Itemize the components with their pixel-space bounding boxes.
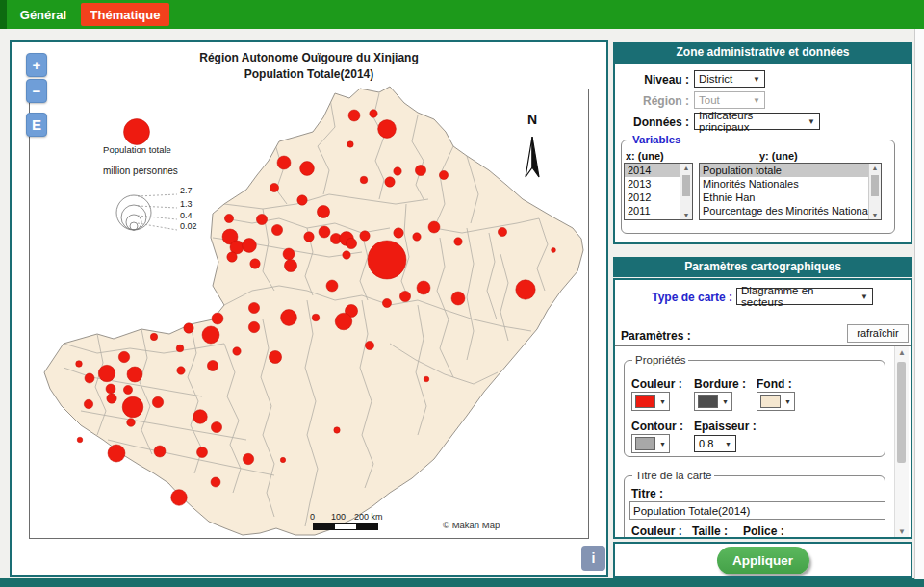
scroll-up-icon[interactable]: ▲	[895, 348, 909, 357]
epaisseur-label: Epaisseur :	[694, 420, 757, 433]
scale-label-100: 100	[331, 512, 346, 522]
info-button[interactable]: i	[581, 546, 605, 571]
niveau-label: Niveau :	[615, 73, 689, 87]
scroll-down-icon[interactable]: ▼	[869, 212, 881, 218]
map-title-line2: Population Totale(2014)	[29, 66, 589, 83]
fond-swatch-dropdown[interactable]: ▼	[757, 392, 795, 411]
titre-police-label: Police :	[743, 524, 784, 538]
top-navbar: Général Thématique	[0, 0, 924, 29]
legend-size-3: 0.4	[180, 211, 192, 220]
titre-taille-label: Taille :	[692, 524, 728, 538]
color-swatch	[635, 395, 655, 408]
y-option[interactable]: Population totale	[700, 164, 868, 177]
x-list-title: x: (une)	[626, 150, 664, 162]
chevron-down-icon: ▼	[659, 441, 666, 447]
titre-couleur-label: Couleur :	[631, 524, 682, 538]
x-option[interactable]: 2011	[625, 204, 680, 217]
donnees-label: Données :	[615, 115, 689, 129]
y-listbox[interactable]: Population totaleMinorités NationalesEth…	[699, 163, 882, 220]
carto-section-box: Type de carte : Diagramme en secteurs ▼ …	[613, 278, 912, 539]
tab-thematique[interactable]: Thématique	[81, 3, 169, 26]
scale-bar	[313, 523, 378, 530]
map-title: Région Autonome Ouïgoure du Xinjiang Pop…	[29, 50, 589, 83]
zone-section-header: Zone administrative et données	[613, 42, 912, 63]
titre-legend: Titre de la carte	[632, 470, 714, 481]
zoom-out-button[interactable]: −	[26, 79, 47, 103]
chevron-down-icon: ▼	[749, 96, 760, 105]
zone-section-box: Niveau : District ▼ Région : Tout ▼ Donn…	[613, 63, 912, 244]
y-option[interactable]: Minorités Nationales	[700, 177, 868, 191]
epaisseur-select[interactable]: 0.8 ▼	[694, 435, 736, 452]
fond-label: Fond :	[757, 377, 792, 391]
footer-strip	[0, 578, 924, 587]
north-arrow-icon	[523, 135, 542, 181]
epaisseur-value: 0.8	[699, 438, 713, 449]
chevron-down-icon: ▼	[749, 75, 760, 84]
scroll-up-icon[interactable]: ▲	[869, 165, 881, 171]
legend-size-4: 0.02	[180, 221, 197, 231]
scroll-down-icon[interactable]: ▼	[895, 527, 909, 536]
bordure-swatch-dropdown[interactable]: ▼	[694, 392, 732, 411]
chevron-down-icon: ▼	[725, 441, 732, 447]
apply-box: Appliquer	[613, 542, 912, 578]
legend-size-2: 1.3	[180, 199, 192, 209]
region-value: Tout	[699, 94, 720, 106]
color-swatch	[760, 395, 781, 408]
chevron-down-icon: ▼	[722, 398, 729, 405]
color-swatch	[635, 437, 655, 450]
contour-label: Contour :	[631, 420, 683, 433]
chevron-down-icon: ▼	[804, 117, 815, 126]
map-attribution: © Makan Map	[443, 520, 500, 530]
navbar-accent	[0, 0, 7, 29]
zoom-in-button[interactable]: +	[26, 53, 47, 77]
scroll-down-icon[interactable]: ▼	[680, 212, 692, 218]
params-scrollbar[interactable]: ▲ ▼	[894, 346, 909, 538]
scroll-thumb[interactable]	[682, 175, 690, 196]
scroll-up-icon[interactable]: ▲	[680, 165, 692, 171]
apply-button[interactable]: Appliquer	[717, 547, 809, 574]
page-scrollbar[interactable]	[914, 29, 924, 579]
region-select: Tout ▼	[694, 91, 765, 109]
legend-unit-label: million personnes	[103, 166, 178, 176]
map-panel: Région Autonome Ouïgoure du Xinjiang Pop…	[10, 40, 608, 577]
y-list-title: y: (une)	[759, 150, 798, 162]
niveau-value: District	[699, 73, 732, 85]
contour-swatch-dropdown[interactable]: ▼	[631, 434, 670, 453]
map-frame	[29, 89, 589, 539]
scroll-thumb[interactable]	[871, 175, 879, 196]
legend-size-1: 2.7	[180, 186, 192, 195]
type-carte-label: Type de carte :	[615, 291, 732, 304]
x-option[interactable]: 2014	[625, 164, 680, 177]
map-title-line1: Région Autonome Ouïgoure du Xinjiang	[29, 50, 589, 66]
north-label: N	[520, 112, 545, 127]
scale-label-200: 200 km	[354, 512, 383, 522]
chevron-down-icon: ▼	[857, 293, 868, 301]
refresh-button[interactable]: rafraîchir	[847, 324, 909, 343]
titre-input[interactable]	[629, 501, 886, 520]
couleur-swatch-dropdown[interactable]: ▼	[631, 392, 670, 411]
variables-legend: Variables	[629, 134, 684, 145]
parametres-label: Paramètres :	[621, 329, 707, 343]
donnees-select[interactable]: Indicateurs principaux ▼	[694, 113, 820, 130]
carto-section-header: Paramètres cartographiques	[613, 257, 912, 277]
tab-general[interactable]: Général	[13, 0, 73, 29]
scale-label-0: 0	[310, 512, 315, 522]
y-option[interactable]: Ethnie Han	[700, 191, 868, 204]
niveau-select[interactable]: District ▼	[694, 70, 765, 88]
x-option[interactable]: 2013	[625, 177, 680, 191]
chevron-down-icon: ▼	[784, 398, 791, 405]
extent-button[interactable]: E	[26, 113, 47, 137]
y-listbox-scrollbar[interactable]: ▲ ▼	[868, 164, 881, 219]
color-swatch	[698, 395, 718, 408]
x-listbox-scrollbar[interactable]: ▲ ▼	[680, 164, 692, 219]
type-carte-select[interactable]: Diagramme en secteurs ▼	[736, 288, 873, 305]
sidebar: Zone administrative et données Niveau : …	[613, 40, 912, 578]
bordure-label: Bordure :	[694, 377, 746, 391]
scroll-thumb[interactable]	[897, 362, 906, 463]
y-option[interactable]: Pourcentage des Minorités Nationa	[700, 204, 868, 217]
x-option[interactable]: 2012	[625, 191, 680, 204]
chevron-down-icon: ▼	[659, 398, 666, 405]
proprietes-legend: Propriétés	[632, 354, 688, 366]
x-listbox[interactable]: 2014201320122011 ▲ ▼	[624, 163, 693, 220]
type-carte-value: Diagramme en secteurs	[741, 285, 857, 308]
